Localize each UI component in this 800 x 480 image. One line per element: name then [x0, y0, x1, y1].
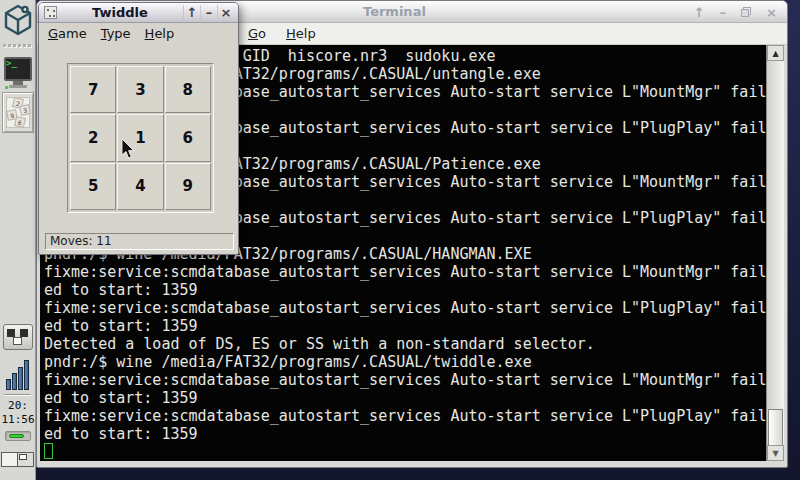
battery-led-indicator — [5, 431, 31, 441]
shade-button[interactable]: ↑ — [183, 5, 200, 20]
twiddle-menubar: Game Type Help — [39, 23, 238, 43]
system-monitor-bars-icon[interactable] — [6, 356, 32, 390]
workspace-2[interactable] — [17, 452, 34, 467]
shade-button[interactable]: ↑ — [694, 5, 705, 20]
menu-game[interactable]: Game — [48, 26, 87, 41]
puzzle-tile[interactable]: 5 — [70, 163, 116, 210]
terminal-window-title: Terminal — [363, 4, 426, 19]
moves-status-bar: Moves: 11 — [45, 233, 234, 250]
twiddle-titlebar-buttons: ↑ – × — [183, 3, 234, 23]
twiddle-titlebar[interactable]: Twiddle ↑ – × — [39, 3, 238, 23]
workspace-pager — [1, 452, 34, 467]
minimize-button[interactable]: – — [200, 5, 217, 20]
clock-minutes-seconds: 11:56 — [0, 413, 36, 427]
side-panel: >_ 2 3 9 6 20: 11:56 — [0, 0, 36, 480]
puzzle-tile[interactable]: 6 — [165, 114, 211, 161]
puzzle-tile[interactable]: 8 — [165, 66, 211, 113]
close-button[interactable]: × — [217, 5, 234, 20]
terminal-launcher-icon[interactable]: >_ — [3, 56, 33, 90]
twiddle-launcher-tile: 2 3 9 6 — [6, 97, 30, 128]
panel-divider — [4, 394, 31, 396]
menu-type[interactable]: Type — [101, 26, 131, 41]
panel-clock: 20: 11:56 — [0, 399, 36, 427]
terminal-led-dot — [5, 86, 8, 89]
cube-logo-icon[interactable] — [3, 3, 33, 39]
mouse-pointer-icon — [121, 139, 136, 161]
terminal-text-cursor — [44, 443, 53, 459]
minimize-button[interactable]: – — [720, 5, 727, 20]
twiddle-launcher-icon[interactable]: 2 3 9 6 — [2, 92, 34, 133]
puzzle-tile[interactable]: 7 — [70, 66, 116, 113]
scrollbar-thumb[interactable] — [768, 409, 783, 447]
menu-go[interactable]: Go — [248, 26, 266, 41]
twiddle-window-icon[interactable] — [44, 6, 57, 19]
scrollbar-up-icon[interactable]: ▲ — [767, 45, 784, 61]
terminal-prompt-glyph: >_ — [6, 58, 17, 68]
terminal-scrollbar[interactable]: ▲ ▼ — [766, 45, 784, 461]
puzzle-tile[interactable]: 4 — [117, 163, 163, 210]
close-button[interactable]: × — [766, 5, 777, 20]
restore-button-icon[interactable] — [741, 7, 751, 17]
menu-help[interactable]: Help — [286, 26, 316, 41]
puzzle-grid: 7 3 8 2 1 6 5 4 9 — [67, 63, 214, 213]
twiddle-window: Twiddle ↑ – × Game Type Help 7 3 8 2 1 6… — [38, 2, 239, 255]
scrollbar-down-icon[interactable]: ▼ — [767, 445, 784, 461]
terminal-titlebar-buttons: ↑ – × — [694, 1, 777, 23]
panel-handle-dots — [3, 44, 31, 47]
clock-hours: 20: — [0, 399, 36, 413]
puzzle-tile[interactable]: 3 — [117, 66, 163, 113]
keyboard-icon[interactable] — [3, 324, 33, 350]
puzzle-tile[interactable]: 9 — [165, 163, 211, 210]
workspace-1[interactable] — [1, 452, 18, 467]
menu-help[interactable]: Help — [145, 26, 175, 41]
pager-mini-window — [19, 454, 27, 460]
twiddle-window-title: Twiddle — [57, 5, 183, 20]
puzzle-tile[interactable]: 2 — [70, 114, 116, 161]
